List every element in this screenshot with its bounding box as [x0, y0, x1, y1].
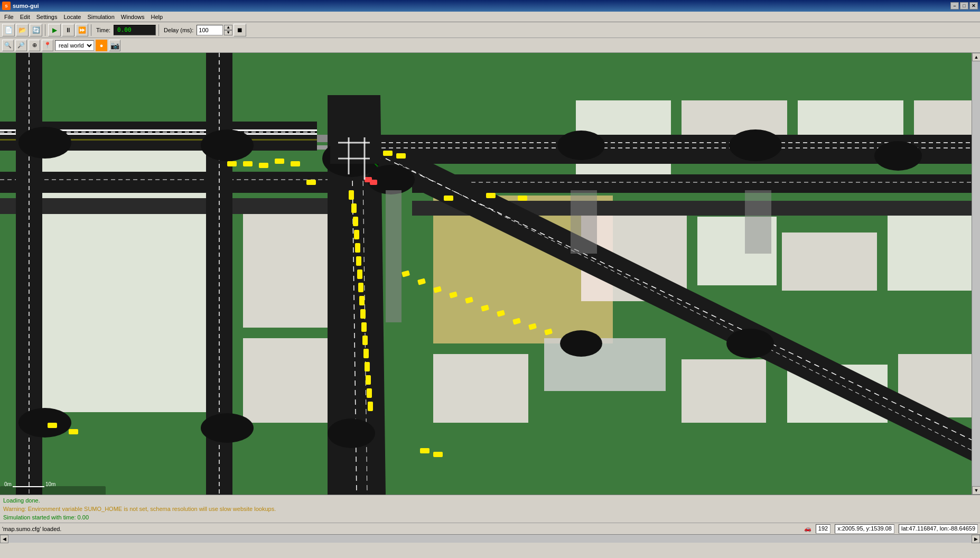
delay-input[interactable]: [197, 25, 223, 35]
status-message-2: Warning: Environment variable SUMO_HOME …: [3, 505, 977, 513]
menu-windows[interactable]: Windows: [118, 13, 148, 21]
vertical-scrollbar[interactable]: ▲ ▼: [972, 53, 980, 495]
svg-rect-61: [275, 159, 284, 164]
svg-rect-28: [0, 172, 338, 193]
zoom-in-button[interactable]: 🔍: [2, 40, 14, 51]
zoom-out-button[interactable]: 🔎: [15, 40, 27, 51]
svg-rect-72: [353, 217, 358, 226]
svg-rect-85: [367, 388, 372, 398]
open-button[interactable]: 📂: [16, 24, 29, 36]
svg-rect-78: [359, 296, 365, 305]
simulation-toolbar: 📄 📂 🔄 ▶ ⏸ ⏩ Time: 0.00 Delay (ms): ▲ ▼ ⏹: [0, 22, 980, 38]
stop-button[interactable]: ⏹: [234, 24, 246, 36]
svg-rect-67: [444, 196, 453, 201]
vscroll-track[interactable]: [972, 61, 980, 486]
svg-rect-106: [330, 95, 380, 164]
zoom-value: 192: [816, 524, 830, 534]
scroll-down-button[interactable]: ▼: [972, 486, 980, 495]
svg-rect-76: [357, 269, 362, 279]
status-message-3: Simulation started with time: 0.00: [3, 513, 977, 522]
play-button[interactable]: ▶: [48, 24, 61, 36]
svg-rect-70: [349, 190, 354, 200]
svg-rect-73: [354, 230, 359, 239]
map-svg: [0, 53, 980, 495]
scroll-left-button[interactable]: ◀: [0, 535, 8, 543]
svg-rect-86: [368, 402, 373, 411]
svg-rect-30: [412, 174, 980, 193]
svg-rect-84: [366, 375, 371, 385]
svg-rect-103: [386, 190, 402, 322]
car-icon: 🚗: [804, 525, 811, 532]
svg-rect-105: [745, 190, 771, 254]
svg-rect-81: [362, 336, 368, 345]
locate-button[interactable]: 📍: [42, 40, 53, 51]
menubar: File Edit Settings Locate Simulation Win…: [0, 12, 980, 22]
menu-file[interactable]: File: [1, 13, 17, 21]
menu-locate[interactable]: Locate: [60, 13, 84, 21]
titlebar-left: S sumo-gui: [2, 2, 39, 10]
reload-button[interactable]: 🔄: [30, 24, 42, 36]
menu-simulation[interactable]: Simulation: [84, 13, 117, 21]
svg-rect-58: [227, 161, 237, 166]
svg-rect-2: [243, 201, 328, 328]
svg-rect-68: [486, 193, 496, 198]
fastforward-button[interactable]: ⏩: [76, 24, 88, 36]
svg-rect-102: [433, 452, 443, 457]
scroll-right-button[interactable]: ▶: [972, 535, 980, 543]
svg-rect-15: [682, 359, 766, 423]
maximize-button[interactable]: □: [960, 2, 968, 10]
center-button[interactable]: ⊕: [29, 40, 40, 51]
view-toolbar: 🔍 🔎 ⊕ 📍 real world abstract ● 📷: [0, 38, 980, 53]
view-mode-select[interactable]: real world abstract: [55, 40, 94, 51]
step-button[interactable]: ⏸: [62, 24, 74, 36]
status-messages: Loading done. Warning: Environment varia…: [0, 495, 980, 523]
svg-rect-80: [361, 322, 367, 332]
svg-rect-11: [782, 232, 877, 291]
titlebar: S sumo-gui – □ ✕: [0, 0, 980, 12]
time-value: 0.00: [117, 26, 132, 33]
svg-point-51: [18, 408, 71, 438]
titlebar-buttons: – □ ✕: [950, 2, 978, 10]
geo-value: lat:47.116847, lon:-88.64659: [899, 524, 978, 534]
svg-rect-100: [69, 429, 78, 434]
scroll-up-button[interactable]: ▲: [972, 53, 980, 61]
map-canvas[interactable]: 0m 10m ▲ ▼: [0, 53, 980, 495]
svg-rect-13: [433, 354, 528, 423]
svg-rect-69: [518, 196, 527, 201]
svg-point-55: [726, 329, 774, 358]
menu-edit[interactable]: Edit: [17, 13, 33, 21]
minimize-button[interactable]: –: [950, 2, 959, 10]
svg-point-45: [201, 129, 254, 161]
svg-point-52: [201, 413, 254, 443]
svg-rect-59: [243, 161, 253, 166]
menu-settings[interactable]: Settings: [33, 13, 61, 21]
toolbar-separator-2: [91, 24, 91, 36]
svg-rect-79: [360, 309, 366, 319]
status-right-panel: 🚗 192 x:2005.95, y:1539.08 lat:47.116847…: [804, 524, 978, 534]
delay-down-button[interactable]: ▼: [224, 30, 232, 35]
svg-rect-3: [243, 338, 328, 423]
svg-rect-63: [306, 180, 316, 185]
svg-rect-62: [291, 161, 300, 166]
time-label: Time:: [96, 27, 110, 33]
status-bottom-bar: 'map.sumo.cfg' loaded. 🚗 192 x:2005.95, …: [0, 523, 980, 534]
svg-rect-12: [888, 211, 977, 291]
close-button[interactable]: ✕: [969, 2, 978, 10]
delay-up-button[interactable]: ▲: [224, 25, 232, 30]
svg-rect-77: [358, 283, 363, 292]
svg-rect-98: [365, 177, 372, 182]
svg-rect-65: [383, 151, 393, 156]
svg-point-48: [557, 131, 605, 160]
svg-point-50: [874, 141, 922, 171]
svg-rect-74: [355, 243, 360, 253]
svg-rect-66: [396, 153, 406, 159]
menu-help[interactable]: Help: [147, 13, 166, 21]
color-button[interactable]: ●: [96, 40, 107, 51]
new-button[interactable]: 📄: [2, 24, 15, 36]
hscroll-track[interactable]: [8, 535, 972, 543]
screenshot-button[interactable]: 📷: [109, 40, 120, 51]
svg-rect-82: [363, 349, 369, 358]
statusbar: Loading done. Warning: Environment varia…: [0, 495, 980, 534]
horizontal-scrollbar[interactable]: ◀ ▶: [0, 534, 980, 543]
svg-point-54: [560, 330, 602, 357]
